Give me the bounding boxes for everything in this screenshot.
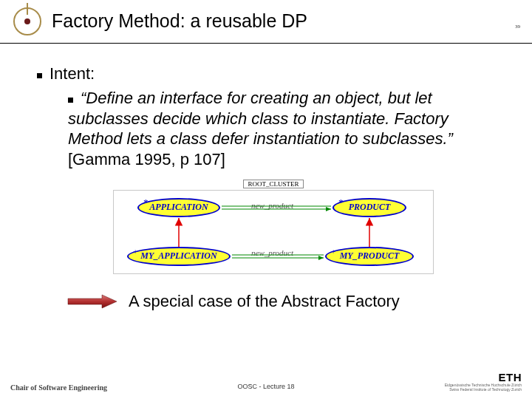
slide-header: Factory Method: a reusable DP [0, 0, 532, 44]
bullet-icon [37, 73, 42, 78]
bullet-icon [68, 98, 73, 103]
deferred-marker-icon: * [338, 197, 344, 208]
slide-footer: Chair of Software Engineering OOSC - Lec… [0, 371, 532, 392]
eth-logo: ETH [445, 371, 522, 383]
svg-point-1 [24, 18, 30, 24]
class-product-label: PRODUCT [349, 202, 391, 212]
root-cluster-label: ROOT_CLUSTER [243, 180, 304, 188]
edge-label-new-product-bottom: new_product [251, 248, 293, 257]
diagram-container: ROOT_CLUSTER * APPLICATION * PRODUCT + M… [113, 180, 434, 274]
logo-icon [9, 3, 46, 40]
callout-text: A special case of the Abstract Factory [129, 292, 400, 311]
intent-label: Intent: [50, 64, 95, 83]
arrow-right-icon [66, 293, 118, 310]
callout-row: A special case of the Abstract Factory [66, 292, 510, 311]
class-my-product-label: MY_PRODUCT [340, 250, 400, 261]
class-product: * PRODUCT [332, 198, 406, 217]
class-application: * APPLICATION [137, 198, 220, 217]
intent-quote: “Define an interface for creating an obj… [68, 89, 453, 148]
deferred-marker-icon: * [143, 197, 149, 208]
edge-label-new-product-top: new_product [251, 201, 293, 210]
slide-title: Factory Method: a reusable DP [52, 10, 523, 32]
page-number: 39 [515, 24, 520, 30]
class-my-product: + MY_PRODUCT [325, 247, 414, 266]
intent-heading: Intent: [37, 64, 510, 83]
effective-marker-icon: + [133, 247, 137, 256]
intent-citation: [Gamma 1995, p 107] [68, 150, 225, 168]
intent-quote-block: “Define an interface for creating an obj… [68, 88, 502, 169]
footer-center: OOSC - Lecture 18 [237, 383, 294, 390]
footer-right: ETH Eidgenössische Technische Hochschule… [445, 371, 522, 392]
svg-marker-9 [68, 295, 117, 308]
class-application-label: APPLICATION [149, 202, 208, 212]
eth-sub2: Swiss Federal Institute of Technology Zu… [445, 388, 522, 392]
effective-marker-icon: + [331, 247, 335, 256]
footer-left: Chair of Software Engineering [10, 383, 107, 392]
class-my-application: + MY_APPLICATION [127, 247, 231, 266]
uml-diagram: * APPLICATION * PRODUCT + MY_APPLICATION… [113, 190, 434, 274]
class-my-application-label: MY_APPLICATION [140, 250, 216, 261]
slide-content: Intent: “Define an interface for creatin… [0, 44, 532, 311]
